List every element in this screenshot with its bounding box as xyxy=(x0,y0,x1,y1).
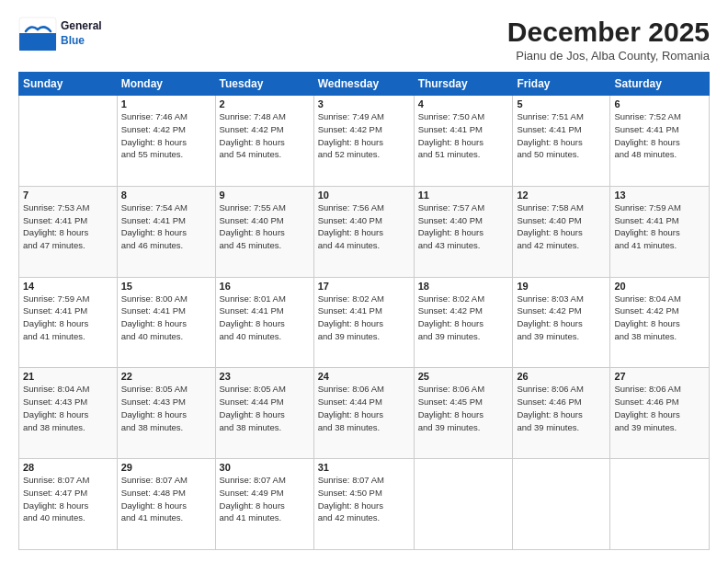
day-number: 18 xyxy=(418,281,509,292)
day-info: Sunrise: 8:01 AM Sunset: 4:41 PM Dayligh… xyxy=(220,293,310,343)
day-number: 25 xyxy=(418,371,509,382)
calendar-day-cell: 5Sunrise: 7:51 AM Sunset: 4:41 PM Daylig… xyxy=(513,96,610,187)
day-number: 3 xyxy=(318,98,410,109)
day-info: Sunrise: 8:06 AM Sunset: 4:45 PM Dayligh… xyxy=(418,383,509,433)
calendar-day-cell: 10Sunrise: 7:56 AM Sunset: 4:40 PM Dayli… xyxy=(313,186,414,277)
day-number: 16 xyxy=(220,281,310,292)
day-number: 21 xyxy=(23,371,113,382)
calendar-day-cell: 3Sunrise: 7:49 AM Sunset: 4:42 PM Daylig… xyxy=(313,96,414,187)
calendar-week-row: 28Sunrise: 8:07 AM Sunset: 4:47 PM Dayli… xyxy=(19,459,710,550)
calendar-day-cell xyxy=(513,459,610,550)
calendar-week-row: 7Sunrise: 7:53 AM Sunset: 4:41 PM Daylig… xyxy=(19,186,710,277)
day-number: 6 xyxy=(614,98,705,109)
day-number: 31 xyxy=(318,462,410,473)
calendar-day-cell: 4Sunrise: 7:50 AM Sunset: 4:41 PM Daylig… xyxy=(414,96,513,187)
day-info: Sunrise: 7:56 AM Sunset: 4:40 PM Dayligh… xyxy=(318,201,410,252)
day-info: Sunrise: 8:02 AM Sunset: 4:42 PM Dayligh… xyxy=(418,293,509,343)
day-info: Sunrise: 8:02 AM Sunset: 4:41 PM Dayligh… xyxy=(318,293,410,343)
day-number: 2 xyxy=(220,98,310,109)
calendar-day-cell: 21Sunrise: 8:04 AM Sunset: 4:43 PM Dayli… xyxy=(19,368,118,459)
header-saturday: Saturday xyxy=(610,73,710,96)
header-thursday: Thursday xyxy=(414,73,513,96)
subtitle: Pianu de Jos, Alba County, Romania xyxy=(507,49,710,63)
calendar-day-cell: 24Sunrise: 8:06 AM Sunset: 4:44 PM Dayli… xyxy=(313,368,414,459)
calendar-day-cell: 19Sunrise: 8:03 AM Sunset: 4:42 PM Dayli… xyxy=(513,277,610,368)
calendar-day-cell: 7Sunrise: 7:53 AM Sunset: 4:41 PM Daylig… xyxy=(19,186,118,277)
title-block: December 2025 Pianu de Jos, Alba County,… xyxy=(507,17,710,63)
calendar-day-cell: 6Sunrise: 7:52 AM Sunset: 4:41 PM Daylig… xyxy=(610,96,710,187)
day-info: Sunrise: 7:50 AM Sunset: 4:41 PM Dayligh… xyxy=(418,110,509,161)
logo-svg xyxy=(18,17,57,52)
day-info: Sunrise: 8:04 AM Sunset: 4:43 PM Dayligh… xyxy=(23,383,113,433)
calendar-day-cell: 30Sunrise: 8:07 AM Sunset: 4:49 PM Dayli… xyxy=(215,459,313,550)
day-info: Sunrise: 8:06 AM Sunset: 4:46 PM Dayligh… xyxy=(614,383,705,433)
calendar-day-cell xyxy=(414,459,513,550)
calendar-day-cell xyxy=(610,459,710,550)
day-info: Sunrise: 7:48 AM Sunset: 4:42 PM Dayligh… xyxy=(220,110,310,161)
header-wednesday: Wednesday xyxy=(313,73,414,96)
calendar-day-cell xyxy=(19,96,118,187)
day-number: 10 xyxy=(318,190,410,201)
calendar-week-row: 1Sunrise: 7:46 AM Sunset: 4:42 PM Daylig… xyxy=(19,96,710,187)
day-info: Sunrise: 7:49 AM Sunset: 4:42 PM Dayligh… xyxy=(318,110,410,161)
day-number: 30 xyxy=(220,462,310,473)
day-number: 11 xyxy=(418,190,509,201)
svg-rect-2 xyxy=(19,33,56,51)
calendar-day-cell: 12Sunrise: 7:58 AM Sunset: 4:40 PM Dayli… xyxy=(513,186,610,277)
day-number: 15 xyxy=(121,281,211,292)
header-sunday: Sunday xyxy=(19,73,118,96)
day-info: Sunrise: 7:55 AM Sunset: 4:40 PM Dayligh… xyxy=(220,201,310,252)
calendar-day-cell: 13Sunrise: 7:59 AM Sunset: 4:41 PM Dayli… xyxy=(610,186,710,277)
day-number: 17 xyxy=(318,281,410,292)
day-info: Sunrise: 8:07 AM Sunset: 4:47 PM Dayligh… xyxy=(23,474,113,524)
day-number: 13 xyxy=(614,190,705,201)
day-info: Sunrise: 8:00 AM Sunset: 4:41 PM Dayligh… xyxy=(121,293,211,343)
day-info: Sunrise: 8:03 AM Sunset: 4:42 PM Dayligh… xyxy=(517,293,606,343)
calendar-body: 1Sunrise: 7:46 AM Sunset: 4:42 PM Daylig… xyxy=(19,96,710,550)
day-info: Sunrise: 7:52 AM Sunset: 4:41 PM Dayligh… xyxy=(614,110,705,161)
calendar-day-cell: 20Sunrise: 8:04 AM Sunset: 4:42 PM Dayli… xyxy=(610,277,710,368)
day-info: Sunrise: 7:59 AM Sunset: 4:41 PM Dayligh… xyxy=(614,201,705,252)
day-info: Sunrise: 7:59 AM Sunset: 4:41 PM Dayligh… xyxy=(23,293,113,343)
day-number: 8 xyxy=(121,190,211,201)
calendar-week-row: 14Sunrise: 7:59 AM Sunset: 4:41 PM Dayli… xyxy=(19,277,710,368)
day-info: Sunrise: 8:07 AM Sunset: 4:48 PM Dayligh… xyxy=(121,474,211,524)
day-info: Sunrise: 8:05 AM Sunset: 4:44 PM Dayligh… xyxy=(220,383,310,433)
day-number: 4 xyxy=(418,98,509,109)
header-friday: Friday xyxy=(513,73,610,96)
calendar-day-cell: 23Sunrise: 8:05 AM Sunset: 4:44 PM Dayli… xyxy=(215,368,313,459)
day-number: 5 xyxy=(517,98,606,109)
day-info: Sunrise: 7:54 AM Sunset: 4:41 PM Dayligh… xyxy=(121,201,211,252)
calendar-day-cell: 16Sunrise: 8:01 AM Sunset: 4:41 PM Dayli… xyxy=(215,277,313,368)
main-title: December 2025 xyxy=(507,17,710,47)
day-info: Sunrise: 7:57 AM Sunset: 4:40 PM Dayligh… xyxy=(418,201,509,252)
header-tuesday: Tuesday xyxy=(215,73,313,96)
calendar-day-cell: 25Sunrise: 8:06 AM Sunset: 4:45 PM Dayli… xyxy=(414,368,513,459)
calendar-day-cell: 2Sunrise: 7:48 AM Sunset: 4:42 PM Daylig… xyxy=(215,96,313,187)
calendar-day-cell: 14Sunrise: 7:59 AM Sunset: 4:41 PM Dayli… xyxy=(19,277,118,368)
day-number: 29 xyxy=(121,462,211,473)
calendar-day-cell: 31Sunrise: 8:07 AM Sunset: 4:50 PM Dayli… xyxy=(313,459,414,550)
day-number: 19 xyxy=(517,281,606,292)
calendar-day-cell: 27Sunrise: 8:06 AM Sunset: 4:46 PM Dayli… xyxy=(610,368,710,459)
day-info: Sunrise: 8:07 AM Sunset: 4:50 PM Dayligh… xyxy=(318,474,410,524)
day-info: Sunrise: 8:06 AM Sunset: 4:46 PM Dayligh… xyxy=(517,383,606,433)
day-number: 24 xyxy=(318,371,410,382)
calendar-week-row: 21Sunrise: 8:04 AM Sunset: 4:43 PM Dayli… xyxy=(19,368,710,459)
day-number: 26 xyxy=(517,371,606,382)
calendar-day-cell: 26Sunrise: 8:06 AM Sunset: 4:46 PM Dayli… xyxy=(513,368,610,459)
day-info: Sunrise: 8:07 AM Sunset: 4:49 PM Dayligh… xyxy=(220,474,310,524)
logo: General Blue xyxy=(18,17,102,52)
calendar-day-cell: 17Sunrise: 8:02 AM Sunset: 4:41 PM Dayli… xyxy=(313,277,414,368)
day-number: 14 xyxy=(23,281,113,292)
calendar-day-cell: 15Sunrise: 8:00 AM Sunset: 4:41 PM Dayli… xyxy=(117,277,215,368)
day-number: 22 xyxy=(121,371,211,382)
header-row: SundayMondayTuesdayWednesdayThursdayFrid… xyxy=(19,73,710,96)
calendar-day-cell: 29Sunrise: 8:07 AM Sunset: 4:48 PM Dayli… xyxy=(117,459,215,550)
calendar-day-cell: 1Sunrise: 7:46 AM Sunset: 4:42 PM Daylig… xyxy=(117,96,215,187)
day-number: 20 xyxy=(614,281,705,292)
calendar-day-cell: 28Sunrise: 8:07 AM Sunset: 4:47 PM Dayli… xyxy=(19,459,118,550)
day-number: 9 xyxy=(220,190,310,201)
calendar-day-cell: 9Sunrise: 7:55 AM Sunset: 4:40 PM Daylig… xyxy=(215,186,313,277)
page: General Blue December 2025 Pianu de Jos,… xyxy=(0,0,728,563)
